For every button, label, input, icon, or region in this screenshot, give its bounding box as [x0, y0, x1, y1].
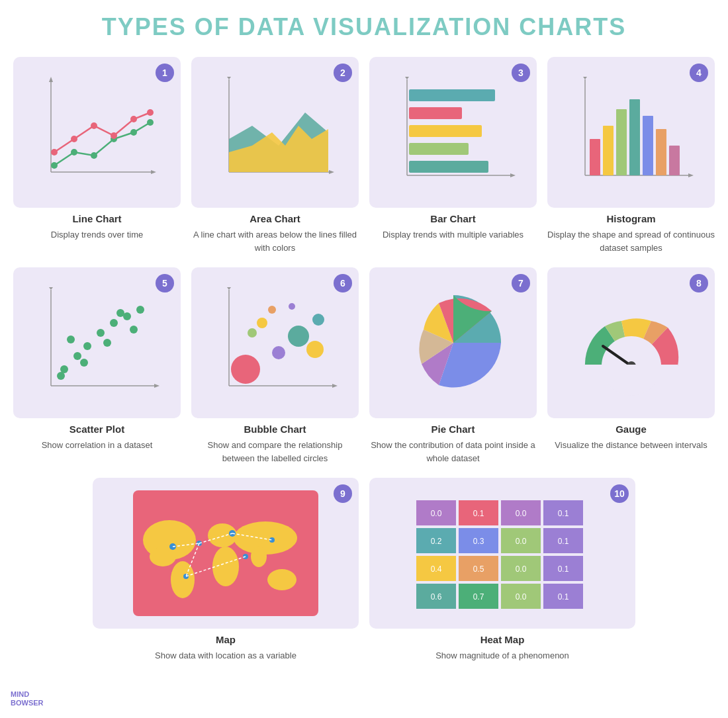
svg-text:0.0: 0.0 [516, 564, 527, 574]
label-5: Scatter Plot [69, 424, 124, 435]
svg-point-54 [80, 359, 88, 367]
chart-grid-row3: 9 [13, 478, 715, 662]
map-svg [133, 490, 318, 616]
svg-rect-37 [616, 109, 627, 175]
label-2: Area Chart [250, 213, 300, 224]
scatter-svg [34, 283, 160, 402]
watermark: MIND BOWSER [11, 690, 44, 707]
desc-10: Show magnitude of a phenomenon [435, 649, 569, 662]
card-map: 9 [93, 478, 359, 662]
chart-box-2: 2 [191, 57, 359, 208]
svg-point-53 [136, 306, 144, 314]
title-highlight: CHARTS [519, 13, 626, 40]
svg-text:0.5: 0.5 [473, 564, 484, 574]
svg-marker-44 [49, 287, 53, 290]
svg-text:0.0: 0.0 [431, 509, 442, 518]
badge-8: 8 [690, 274, 708, 292]
svg-point-47 [73, 352, 81, 360]
chart-box-1: 1 [13, 57, 181, 208]
svg-point-69 [248, 328, 257, 337]
svg-point-14 [130, 116, 137, 122]
svg-point-82 [234, 521, 297, 555]
chart-box-7: 7 [369, 267, 537, 418]
desc-5: Show correlation in a dataset [42, 439, 153, 452]
svg-rect-39 [643, 116, 653, 175]
card-area-chart: 2 Area Chart A line chart with areas bel… [191, 57, 359, 254]
pie-svg [397, 287, 510, 399]
svg-point-67 [306, 341, 324, 358]
svg-marker-45 [154, 384, 159, 388]
page-title: TYPES OF DATA VISUALIZATION CHARTS [13, 13, 715, 41]
svg-marker-34 [688, 173, 694, 177]
card-histogram: 4 Histogram Display the shape and spread… [547, 57, 715, 254]
desc-3: Display trends with multiple variables [383, 228, 523, 242]
svg-rect-35 [590, 139, 600, 175]
svg-point-4 [51, 162, 58, 169]
card-gauge: 8 Gaug [547, 267, 715, 465]
chart-grid-row2: 5 Scatter Plot Show [13, 267, 715, 465]
svg-marker-33 [583, 77, 587, 79]
svg-marker-19 [329, 170, 334, 174]
label-7: Pie Chart [432, 424, 475, 435]
svg-point-51 [110, 319, 118, 327]
histogram-svg [569, 73, 694, 192]
svg-point-50 [97, 329, 105, 337]
badge-7: 7 [512, 274, 530, 292]
svg-point-79 [171, 561, 195, 598]
svg-marker-3 [151, 170, 156, 174]
svg-point-6 [91, 152, 97, 159]
title-main: TYPES OF DATA VISUALIZATION [102, 13, 520, 40]
svg-point-70 [312, 314, 324, 326]
svg-text:0.1: 0.1 [558, 509, 569, 518]
svg-rect-30 [409, 161, 488, 173]
svg-point-84 [251, 546, 267, 567]
svg-point-8 [130, 129, 137, 136]
badge-9: 9 [334, 484, 352, 503]
card-bubble-chart: 6 Bubble Chart Show and compare the rela… [191, 267, 359, 465]
desc-9: Show data with location as a variable [155, 649, 296, 662]
card-pie-chart: 7 Pie Chart Show the contribution of d [369, 267, 537, 465]
svg-text:0.0: 0.0 [516, 592, 527, 602]
bar-chart-svg [390, 73, 516, 192]
svg-point-11 [71, 136, 77, 142]
svg-text:0.4: 0.4 [431, 564, 442, 574]
svg-point-65 [288, 326, 309, 347]
svg-rect-28 [409, 125, 482, 137]
svg-text:0.1: 0.1 [473, 509, 484, 518]
svg-point-49 [67, 336, 75, 343]
svg-marker-24 [405, 77, 409, 79]
svg-point-55 [103, 339, 111, 347]
svg-rect-29 [409, 143, 469, 155]
desc-2: A line chart with areas below the lines … [191, 228, 359, 254]
label-1: Line Chart [72, 213, 121, 224]
svg-rect-26 [409, 89, 495, 101]
svg-point-63 [231, 355, 260, 384]
label-9: Map [216, 634, 236, 645]
chart-box-4: 4 [547, 57, 715, 208]
line-chart-svg [34, 73, 160, 192]
area-chart-svg [212, 73, 338, 192]
svg-text:0.1: 0.1 [558, 537, 569, 546]
svg-text:0.7: 0.7 [473, 592, 484, 602]
svg-point-68 [268, 306, 276, 314]
gauge-svg [569, 287, 694, 399]
badge-10: 10 [610, 484, 629, 503]
svg-text:0.2: 0.2 [431, 537, 442, 546]
svg-text:0.3: 0.3 [473, 537, 484, 546]
desc-4: Display the shape and spread of continuo… [547, 228, 715, 254]
svg-marker-2 [49, 77, 53, 82]
chart-box-6: 6 [191, 267, 359, 418]
svg-marker-62 [332, 384, 338, 388]
badge-3: 3 [512, 64, 530, 82]
svg-text:0.1: 0.1 [558, 564, 569, 574]
card-scatter-plot: 5 Scatter Plot Show [13, 267, 181, 465]
svg-text:0.0: 0.0 [516, 537, 527, 546]
label-8: Gauge [615, 424, 647, 435]
svg-point-9 [147, 119, 154, 126]
label-3: Bar Chart [430, 213, 475, 224]
heatmap-svg: 0.0 0.1 0.0 0.1 0.2 0.3 0.0 0.1 0.4 [410, 490, 595, 616]
badge-6: 6 [334, 274, 352, 292]
svg-rect-38 [629, 99, 640, 175]
desc-8: Visualize the distance between intervals [555, 439, 707, 452]
label-10: Heat Map [480, 634, 525, 645]
